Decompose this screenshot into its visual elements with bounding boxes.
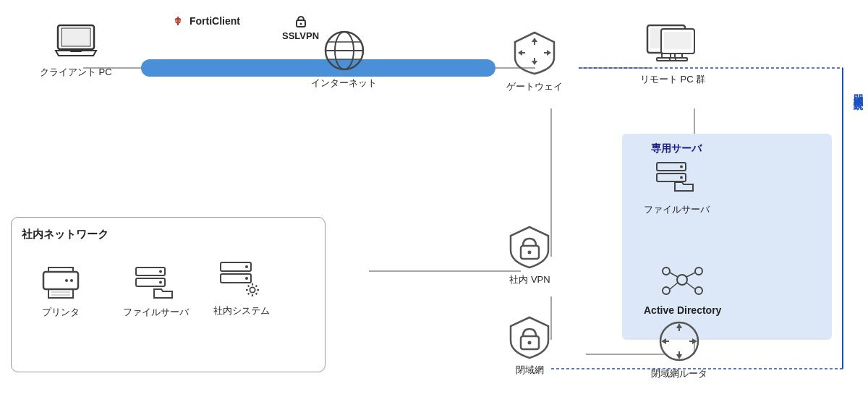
closed-network-connection-label: 閉域網接続 xyxy=(851,87,864,94)
svg-line-74 xyxy=(255,286,257,287)
svg-point-48 xyxy=(695,287,702,294)
printer-node: プリンタ xyxy=(40,264,82,319)
file-server-local-node: ファイルサーバ xyxy=(123,264,189,319)
closed-network-router-node: 閉域網ルータ xyxy=(651,318,707,380)
svg-marker-31 xyxy=(547,50,551,56)
svg-point-80 xyxy=(528,341,532,345)
client-pc-node: クライアント PC xyxy=(40,22,112,79)
closed-network-icon xyxy=(506,315,553,359)
closed-network-node: 閉域網 xyxy=(506,315,553,377)
internet-label: インターネット xyxy=(311,77,377,90)
svg-line-73 xyxy=(247,286,249,287)
file-server-remote-node: ファイルサーバ xyxy=(644,159,710,216)
svg-point-61 xyxy=(159,270,162,273)
forticlient-icon xyxy=(170,13,186,29)
intranet-title: 社内ネットワーク xyxy=(22,228,109,241)
svg-marker-29 xyxy=(518,50,522,56)
svg-point-67 xyxy=(245,277,248,280)
svg-rect-39 xyxy=(670,58,687,61)
file-server-remote-icon xyxy=(653,159,700,199)
svg-point-65 xyxy=(245,265,248,268)
internal-system-icon xyxy=(218,260,265,300)
laptop-icon xyxy=(54,22,98,61)
file-server-remote-label: ファイルサーバ xyxy=(644,203,710,216)
gateway-icon xyxy=(509,29,560,76)
remote-pc-node: リモート PC 群 xyxy=(640,22,705,86)
svg-rect-55 xyxy=(48,289,73,298)
closed-network-router-label: 閉域網ルータ xyxy=(651,367,707,380)
gateway-node: ゲートウェイ xyxy=(506,29,563,93)
svg-rect-13 xyxy=(61,28,90,46)
forticlient-label: FortiClient xyxy=(190,15,240,27)
svg-point-41 xyxy=(680,166,683,168)
svg-marker-89 xyxy=(692,338,697,344)
svg-point-68 xyxy=(250,287,255,292)
gateway-label: ゲートウェイ xyxy=(506,80,563,93)
internal-system-label: 社内システム xyxy=(213,304,270,317)
svg-point-57 xyxy=(65,279,68,282)
svg-line-76 xyxy=(255,294,257,295)
file-server-local-label: ファイルサーバ xyxy=(123,306,189,319)
svg-point-47 xyxy=(663,287,670,294)
internal-system-node: 社内システム xyxy=(213,260,270,317)
internal-vpn-node: 社内 VPN xyxy=(506,224,553,286)
closed-network-label: 閉域網 xyxy=(516,364,544,377)
monitor-icon xyxy=(644,22,702,69)
active-directory-node: Active Directory xyxy=(644,260,721,316)
svg-line-52 xyxy=(686,283,695,289)
dedicated-server-label: 専用サーバ xyxy=(644,141,709,157)
svg-rect-37 xyxy=(664,32,692,49)
internal-vpn-label: 社内 VPN xyxy=(509,273,550,286)
active-directory-label: Active Directory xyxy=(644,304,721,316)
svg-line-49 xyxy=(670,273,678,277)
internal-vpn-icon xyxy=(506,224,553,269)
svg-point-46 xyxy=(695,268,702,275)
svg-line-75 xyxy=(247,294,249,295)
client-pc-label: クライアント PC xyxy=(40,66,112,79)
printer-label: プリンタ xyxy=(42,306,80,319)
forticlient-node: FortiClient xyxy=(170,13,240,29)
svg-marker-87 xyxy=(661,338,666,344)
svg-point-45 xyxy=(663,268,670,275)
svg-point-44 xyxy=(677,275,687,285)
internet-node: インターネット xyxy=(311,29,377,90)
closed-network-router-icon xyxy=(656,318,703,363)
svg-marker-27 xyxy=(532,61,537,65)
sslvpn-icon xyxy=(290,13,312,30)
svg-point-78 xyxy=(528,251,532,254)
printer-icon xyxy=(40,264,82,301)
svg-marker-25 xyxy=(532,38,537,42)
file-server-local-icon xyxy=(132,264,179,301)
network-diagram: 専用サーバ 閉域網接続 社内ネットワーク クライアント PC FortiClie… xyxy=(0,0,868,415)
globe-icon xyxy=(321,29,367,72)
svg-point-63 xyxy=(159,281,162,284)
svg-rect-14 xyxy=(70,51,82,52)
active-directory-icon xyxy=(659,260,706,300)
svg-point-18 xyxy=(299,23,302,25)
svg-marker-83 xyxy=(676,323,682,328)
svg-point-43 xyxy=(680,176,683,179)
svg-point-56 xyxy=(70,279,73,282)
svg-line-51 xyxy=(670,283,678,289)
remote-pc-label: リモート PC 群 xyxy=(640,73,705,86)
svg-marker-85 xyxy=(676,354,682,359)
svg-line-50 xyxy=(686,273,695,277)
